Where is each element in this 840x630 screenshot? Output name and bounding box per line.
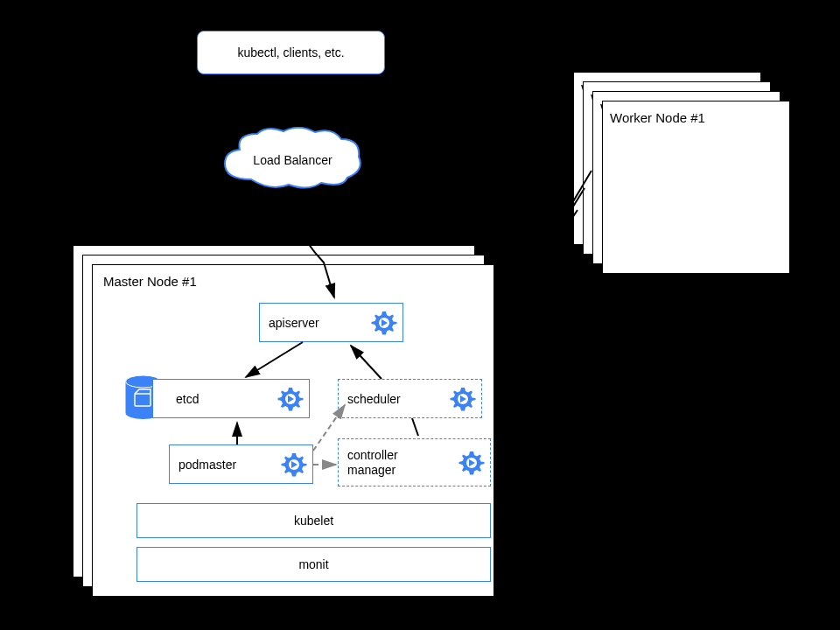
svg-line-17 <box>495 171 592 332</box>
external-arrows <box>0 0 840 630</box>
